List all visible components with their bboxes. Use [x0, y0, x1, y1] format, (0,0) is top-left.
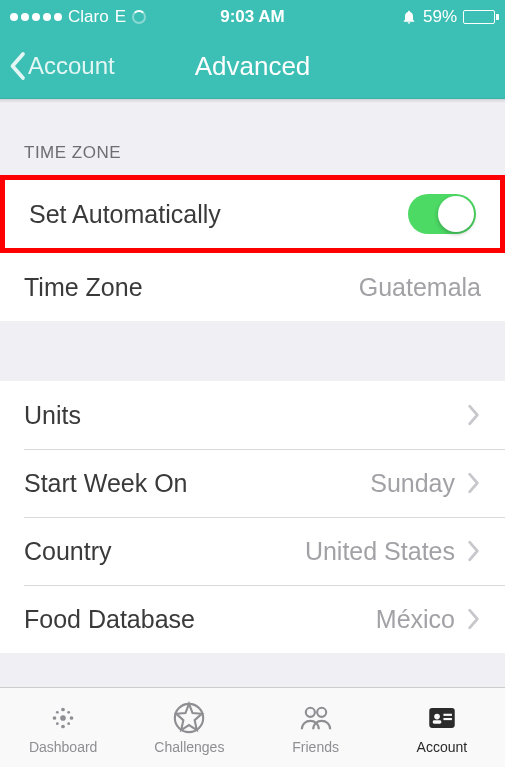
chevron-right-icon	[467, 472, 481, 494]
svg-point-9	[175, 703, 203, 731]
svg-point-6	[67, 710, 70, 713]
start-week-value: Sunday	[370, 469, 455, 498]
svg-point-13	[434, 713, 440, 719]
start-week-row[interactable]: Start Week On Sunday	[0, 449, 505, 517]
food-database-value: México	[376, 605, 455, 634]
page-title: Advanced	[195, 51, 311, 82]
tab-challenges-label: Challenges	[154, 739, 224, 755]
svg-rect-14	[433, 720, 442, 724]
network-label: E	[115, 7, 126, 27]
time-zone-value: Guatemala	[359, 273, 481, 302]
alarm-icon	[401, 9, 417, 25]
highlight-annotation: Set Automatically	[0, 175, 505, 253]
svg-point-2	[61, 724, 65, 728]
svg-point-11	[317, 707, 326, 716]
svg-point-1	[61, 707, 65, 711]
section-header-timezone: TIME ZONE	[0, 103, 505, 175]
tab-challenges[interactable]: Challenges	[126, 688, 252, 767]
svg-point-7	[56, 722, 59, 725]
status-right: 59%	[401, 7, 495, 27]
svg-point-8	[67, 722, 70, 725]
back-button[interactable]: Account	[0, 51, 115, 81]
tab-friends[interactable]: Friends	[253, 688, 379, 767]
tab-bar: Dashboard Challenges Friends Account	[0, 687, 505, 767]
status-left: Claro E	[10, 7, 401, 27]
tab-account[interactable]: Account	[379, 688, 505, 767]
content: TIME ZONE Set Automatically Time Zone Gu…	[0, 103, 505, 653]
loading-spinner-icon	[132, 10, 146, 24]
challenges-icon	[172, 701, 206, 735]
friends-icon	[299, 701, 333, 735]
country-label: Country	[24, 537, 112, 566]
set-automatically-row[interactable]: Set Automatically	[5, 180, 500, 248]
svg-point-5	[56, 710, 59, 713]
nav-bar: Account Advanced	[0, 34, 505, 99]
account-icon	[425, 701, 459, 735]
carrier-label: Claro	[68, 7, 109, 27]
svg-point-3	[53, 716, 57, 720]
tab-dashboard[interactable]: Dashboard	[0, 688, 126, 767]
svg-point-0	[60, 715, 66, 721]
signal-dots-icon	[10, 13, 62, 21]
start-week-label: Start Week On	[24, 469, 188, 498]
clock-label: 9:03 AM	[220, 7, 285, 27]
svg-rect-15	[443, 713, 452, 715]
time-zone-row[interactable]: Time Zone Guatemala	[0, 253, 505, 321]
svg-point-10	[305, 707, 314, 716]
country-value: United States	[305, 537, 455, 566]
chevron-left-icon	[8, 51, 26, 81]
svg-rect-16	[443, 718, 452, 720]
food-database-row[interactable]: Food Database México	[0, 585, 505, 653]
toggle-knob	[438, 196, 474, 232]
chevron-right-icon	[467, 540, 481, 562]
tab-account-label: Account	[417, 739, 468, 755]
dashboard-icon	[46, 701, 80, 735]
food-database-label: Food Database	[24, 605, 195, 634]
status-bar: Claro E 9:03 AM 59%	[0, 0, 505, 34]
chevron-right-icon	[467, 608, 481, 630]
tab-dashboard-label: Dashboard	[29, 739, 98, 755]
set-automatically-toggle[interactable]	[408, 194, 476, 234]
back-label: Account	[28, 52, 115, 80]
battery-icon	[463, 10, 495, 24]
units-row[interactable]: Units	[0, 381, 505, 449]
time-zone-label: Time Zone	[24, 273, 143, 302]
country-row[interactable]: Country United States	[0, 517, 505, 585]
svg-point-4	[70, 716, 74, 720]
tab-friends-label: Friends	[292, 739, 339, 755]
battery-percent-label: 59%	[423, 7, 457, 27]
chevron-right-icon	[467, 404, 481, 426]
units-label: Units	[24, 401, 81, 430]
set-automatically-label: Set Automatically	[29, 200, 221, 229]
